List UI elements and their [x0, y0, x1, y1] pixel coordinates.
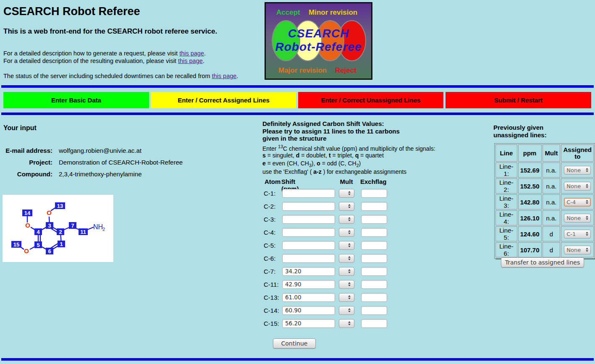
- select-arrows-icon: [586, 232, 588, 236]
- nav-enter-basic-data[interactable]: Enter Basic Data: [3, 92, 149, 108]
- logo-minor-revision-label: Minor revision: [309, 8, 357, 17]
- carbon-row-c15: C-15:: [264, 318, 390, 328]
- mult-cell: d: [543, 226, 561, 241]
- continue-button[interactable]: Continue: [273, 338, 316, 348]
- line-column-header: Line: [495, 144, 517, 162]
- mult-spinner[interactable]: [339, 189, 354, 198]
- logo-accept-label: Accept: [276, 8, 300, 17]
- shift-input[interactable]: [282, 241, 335, 250]
- oxygen-atom: O: [47, 209, 52, 216]
- exchflag-input[interactable]: [361, 267, 387, 276]
- shift-input[interactable]: [282, 319, 335, 328]
- spinner-arrows-icon: [348, 282, 351, 286]
- your-input-heading: Your input: [3, 124, 37, 132]
- spinner-arrows-icon: [348, 256, 351, 260]
- ppm-cell: 152.69: [518, 162, 542, 178]
- assigned-to-select[interactable]: None: [564, 246, 591, 254]
- shift-input[interactable]: [282, 280, 335, 289]
- ppm-cell: 152.50: [518, 178, 542, 194]
- spinner-arrows-icon: [348, 321, 351, 325]
- mult-spinner[interactable]: [339, 254, 354, 263]
- unassigned-lines-heading: Previously given unassigned lines:: [493, 124, 547, 139]
- mult-spinner[interactable]: [339, 293, 354, 302]
- carbon-label: C-6:: [264, 255, 282, 262]
- carbon-label: C-5:: [264, 242, 282, 249]
- shift-input[interactable]: [282, 215, 335, 224]
- divider-rule-bottom: [1, 358, 594, 361]
- shift-input[interactable]: [282, 202, 335, 211]
- mult-spinner[interactable]: [339, 241, 354, 250]
- mult-cell: n.a.: [543, 194, 561, 209]
- carbon-label: C-2:: [264, 203, 282, 210]
- evaluation-description-link[interactable]: this page: [178, 58, 203, 64]
- atom-label-5: 5: [37, 242, 39, 248]
- nav-enter-correct-assigned-lines[interactable]: Enter / Correct Assigned Lines: [151, 92, 296, 108]
- assigned-to-select[interactable]: C-1: [564, 230, 591, 238]
- oxygen-atom: O: [24, 247, 29, 254]
- mult-spinner[interactable]: [339, 202, 354, 211]
- spinner-arrows-icon: [348, 191, 351, 195]
- mult-cell: n.a.: [543, 210, 561, 225]
- table-header-row: Line ppm Mult Assigned to: [495, 144, 594, 162]
- shift-input[interactable]: [282, 293, 335, 302]
- exchflag-input[interactable]: [361, 319, 387, 328]
- logo-major-revision-label: Major revision: [278, 66, 327, 75]
- request-description-link[interactable]: this page: [179, 50, 204, 57]
- mult-spinner[interactable]: [339, 228, 354, 237]
- line-cell: Line-6:: [495, 242, 517, 257]
- atom-label-14: 14: [24, 210, 31, 216]
- carbon-row-c7: C-7:: [264, 266, 390, 276]
- unassigned-lines-table: Line ppm Mult Assigned to Line-1: 152.69…: [494, 143, 595, 259]
- exchflag-input[interactable]: [361, 306, 387, 315]
- nav-enter-correct-unassigned-lines[interactable]: Enter / Correct Unassigned Lines: [298, 92, 443, 108]
- mult-spinner[interactable]: [339, 280, 354, 289]
- select-arrows-icon: [586, 216, 588, 220]
- exchflag-input[interactable]: [361, 241, 387, 250]
- exchflag-input[interactable]: [361, 215, 387, 224]
- shift-input[interactable]: [282, 306, 335, 315]
- exchflag-input[interactable]: [361, 202, 387, 211]
- mult-spinner[interactable]: [339, 319, 354, 328]
- mult-spinner[interactable]: [339, 267, 354, 276]
- transfer-to-assigned-lines-button[interactable]: Transfer to assigned lines: [501, 257, 584, 267]
- robot-referee-logo: Accept Minor revision CSEARCH Robot-Refe…: [265, 2, 372, 80]
- email-value: wolfgang.robien@univie.ac.at: [59, 147, 142, 154]
- shift-input[interactable]: [282, 228, 335, 237]
- shift-input[interactable]: [282, 254, 335, 263]
- table-row: Line-5: 124.60 d C-1: [495, 226, 594, 241]
- line-cell: Line-4:: [495, 210, 517, 225]
- exchflag-input[interactable]: [361, 189, 387, 198]
- mult-spinner[interactable]: [339, 306, 354, 315]
- assigned-to-select[interactable]: None: [564, 182, 591, 191]
- exchflag-input[interactable]: [361, 280, 387, 289]
- select-arrows-icon: [586, 248, 588, 252]
- exchflag-input[interactable]: [361, 293, 387, 302]
- carbon-row-c4: C-4:: [264, 227, 390, 237]
- nav-submit-restart[interactable]: Submit / Restart: [446, 92, 591, 108]
- mult-cell: n.a.: [543, 178, 561, 194]
- ppm-cell: 124.60: [518, 226, 542, 241]
- oxygen-atom: O: [25, 222, 30, 229]
- carbon-row-c11: C-11:: [264, 279, 390, 289]
- assigned-to-select[interactable]: C-4: [564, 198, 591, 207]
- molecule-drawing: O O O 3 2 1 6 5 4 7 11 13 14 15 NH 2: [3, 195, 113, 262]
- carbon-row-c6: C-6:: [264, 253, 390, 263]
- shift-input[interactable]: [282, 267, 335, 276]
- carbon-label: C-1:: [264, 190, 282, 197]
- assigned-to-select[interactable]: None: [564, 166, 591, 175]
- carbon-label: C-15:: [264, 320, 282, 327]
- spinner-arrows-icon: [348, 243, 351, 247]
- carbon-row-c13: C-13:: [264, 292, 390, 302]
- shift-input[interactable]: [282, 189, 335, 198]
- server-status-link[interactable]: this page: [212, 73, 236, 79]
- exchflag-input[interactable]: [361, 228, 387, 237]
- mult-spinner[interactable]: [339, 215, 354, 224]
- line-cell: Line-2:: [495, 178, 517, 194]
- table-row: Line-4: 126.10 n.a. None: [495, 210, 594, 225]
- spinner-arrows-icon: [348, 269, 351, 273]
- page-title: CSEARCH Robot Referee: [3, 5, 140, 18]
- exchflag-input[interactable]: [361, 254, 387, 263]
- atom-column-header: Atom: [265, 178, 280, 185]
- assigned-to-select[interactable]: None: [564, 214, 591, 223]
- intro-line-1: For a detailed description how to genera…: [3, 50, 206, 57]
